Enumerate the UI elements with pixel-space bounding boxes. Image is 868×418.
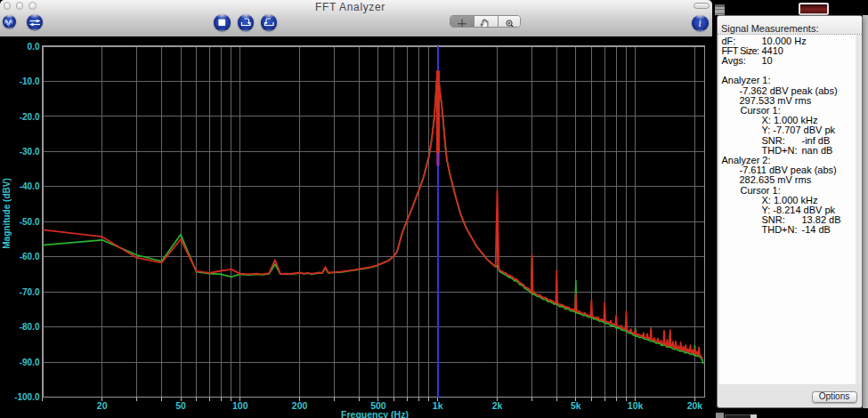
svg-text:i: i <box>699 18 702 28</box>
svg-text:1k: 1k <box>433 400 443 411</box>
svg-text:200: 200 <box>292 400 308 411</box>
svg-text:-40.0: -40.0 <box>20 181 40 191</box>
svg-text:50: 50 <box>175 400 186 411</box>
svg-text:-80.0: -80.0 <box>20 322 40 332</box>
svg-text:Magnitude (dBV): Magnitude (dBV) <box>2 178 12 248</box>
svg-text:Frequency (Hz): Frequency (Hz) <box>341 409 409 418</box>
svg-text:-90.0: -90.0 <box>20 358 40 367</box>
svg-text:-20.0: -20.0 <box>20 112 40 122</box>
svg-text:20: 20 <box>97 400 108 411</box>
svg-text:5k: 5k <box>571 400 581 411</box>
svg-text:2k: 2k <box>492 400 503 411</box>
svg-text:-60.0: -60.0 <box>20 252 40 261</box>
svg-text:-70.0: -70.0 <box>20 287 40 297</box>
svg-text:-50.0: -50.0 <box>20 217 40 227</box>
svg-text:-30.0: -30.0 <box>20 147 40 157</box>
svg-text:20k: 20k <box>687 400 703 411</box>
svg-text:100: 100 <box>232 400 248 411</box>
svg-text:10k: 10k <box>628 400 644 411</box>
svg-text:-100.0: -100.0 <box>14 392 40 402</box>
svg-text:0.0: 0.0 <box>28 42 40 52</box>
svg-text:-10.0: -10.0 <box>20 76 40 86</box>
